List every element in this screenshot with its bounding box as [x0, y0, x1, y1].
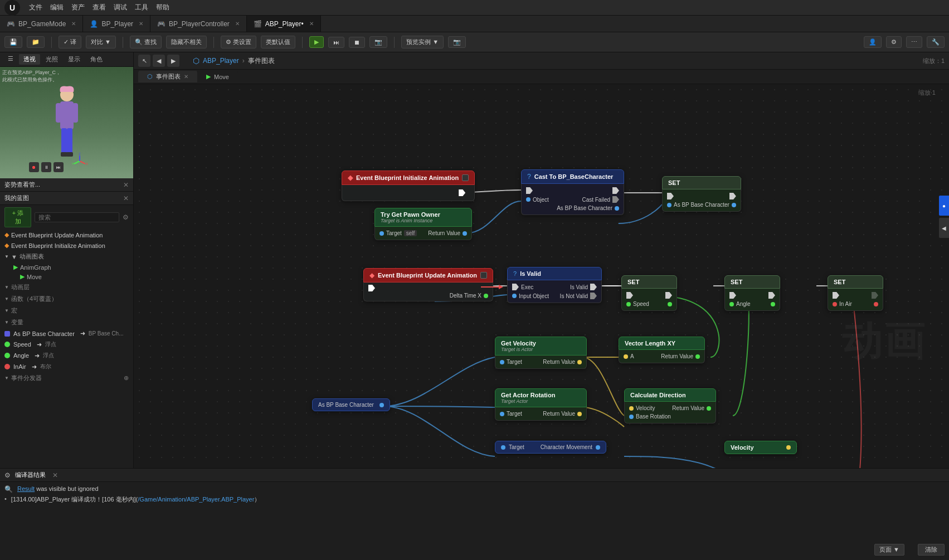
camera-btn[interactable]: 📷: [369, 36, 387, 48]
canvas-home-btn[interactable]: ↖: [138, 55, 150, 67]
right-edge-btn2[interactable]: ◀: [939, 218, 949, 238]
diamond-icon-init: ◆: [4, 242, 9, 249]
var-angle: Angle ➜ 浮点: [0, 350, 133, 361]
move-item[interactable]: ▶ Move: [0, 272, 133, 281]
menu-tools[interactable]: 工具: [135, 3, 148, 12]
node-velocity[interactable]: Velocity: [724, 441, 797, 454]
vp-tab-character[interactable]: 角色: [86, 54, 107, 65]
menu-help[interactable]: 帮助: [156, 3, 169, 12]
type-settings-btn[interactable]: ⚙ 类设置: [221, 36, 256, 48]
move-tab[interactable]: ▶ Move: [197, 71, 238, 82]
menu-edit[interactable]: 编辑: [50, 3, 64, 12]
tab-gamemode-close[interactable]: ✕: [71, 21, 76, 27]
tab-controller[interactable]: 🎮 BP_PlayerController ✕: [150, 16, 247, 32]
node-try-get-pawn[interactable]: Try Get Pawn Owner Target is Anim Instan…: [374, 208, 472, 240]
functions-section[interactable]: 函数（4可覆盖）: [0, 293, 133, 305]
right-edge-btn1[interactable]: ●: [939, 196, 949, 216]
settings-icon[interactable]: ⚙: [123, 213, 129, 221]
vp-tab-perspective[interactable]: 透视: [19, 54, 40, 65]
animgraph-item[interactable]: ▶ AnimGraph: [0, 262, 133, 272]
event-init-item[interactable]: ◆ Event Blueprint Initialize Animation: [0, 240, 133, 251]
blueprint-canvas[interactable]: ◆ Event Blueprint Initialize Animation T…: [134, 84, 949, 468]
step-btn[interactable]: ⏭: [328, 37, 344, 48]
tab-gamemode[interactable]: 🎮 BP_GameMode ✕: [0, 16, 83, 32]
add-dispatcher-icon[interactable]: ⊕: [124, 374, 129, 382]
node-get-actor-rotation[interactable]: Get Actor Rotation Target Actor Target R…: [495, 388, 587, 421]
browse-btn[interactable]: 📁: [27, 36, 45, 48]
event-update-close-btn[interactable]: [480, 272, 487, 279]
speed-pin-out: [668, 302, 672, 306]
save-btn[interactable]: 💾: [4, 36, 22, 48]
menu-asset[interactable]: 资产: [71, 3, 85, 12]
pose-panel-close[interactable]: ✕: [123, 181, 129, 189]
more-btn[interactable]: ⋯: [906, 36, 922, 48]
node-is-valid[interactable]: ? Is Valid Exec Is Valid Input Object: [507, 267, 602, 303]
node-set-speed[interactable]: SET Speed: [621, 275, 677, 311]
anim-layers-section[interactable]: 动画层: [0, 281, 133, 293]
search-input[interactable]: [35, 212, 119, 222]
tab-controller-close[interactable]: ✕: [235, 21, 240, 27]
viewport: 正在预览ABP_Player_C，此模式已禁用角色操作。: [0, 67, 134, 178]
calc-return-pin: [707, 406, 711, 411]
event-dispatchers-section[interactable]: 事件分发器 ⊕: [0, 372, 133, 384]
svg-rect-3: [72, 103, 78, 123]
vp-tab-hamburger[interactable]: ☰: [3, 54, 18, 65]
preview2-btn[interactable]: 📷: [448, 36, 466, 48]
node-vector-length[interactable]: Vector Length XY A Return Value: [619, 337, 705, 363]
node-event-init[interactable]: ◆ Event Blueprint Initialize Animation: [342, 171, 475, 201]
node-cast-to-bp[interactable]: ? Cast To BP_BaseCharacter Object: [521, 169, 624, 215]
menu-debug[interactable]: 调试: [114, 3, 127, 12]
skip-btn[interactable]: ⏭: [53, 162, 64, 172]
diff-btn[interactable]: 对比 ▼: [86, 36, 116, 48]
node-get-velocity[interactable]: Get Velocity Target is Actor Target Retu…: [495, 337, 587, 369]
node-set-inair[interactable]: SET In Air: [828, 275, 883, 311]
event-graph-close[interactable]: ✕: [184, 74, 188, 80]
class-defaults-btn[interactable]: 类默认值: [261, 36, 295, 48]
result-link[interactable]: Result: [17, 485, 35, 492]
event-graph-tab[interactable]: ⬡ 事件图表 ✕: [138, 71, 197, 82]
tab-abp[interactable]: 🎬 ABP_Player• ✕: [247, 16, 321, 32]
clear-button[interactable]: 清除: [918, 544, 945, 556]
find-btn[interactable]: 🔍 查找: [130, 36, 162, 48]
event-update-item[interactable]: ◆ Event Blueprint Update Animation: [0, 230, 133, 240]
vp-tab-show[interactable]: 显示: [64, 54, 85, 65]
play-btn[interactable]: ▶: [309, 36, 324, 48]
variables-section[interactable]: 变量: [0, 316, 133, 328]
macros-section[interactable]: 宏: [0, 305, 133, 316]
node-close-btn[interactable]: [462, 174, 469, 181]
breadcrumb-sep: ›: [242, 57, 245, 65]
compile-btn[interactable]: ✓ 译: [59, 36, 81, 48]
menu-view[interactable]: 查看: [93, 3, 106, 12]
tab-abp-close[interactable]: ✕: [309, 21, 314, 27]
node-char-movement[interactable]: Target Character Movement: [495, 441, 606, 454]
page-btn-container: 页面 ▼: [874, 544, 904, 556]
anim-graph-section[interactable]: ▼ 动画图表: [0, 251, 133, 262]
bottom-tab-close[interactable]: ✕: [52, 471, 58, 479]
event-graph-icon: ⬡: [147, 73, 153, 80]
tab-player[interactable]: 👤 BP_Player ✕: [83, 16, 150, 32]
node-as-bp-char[interactable]: As BP Base Character: [312, 398, 390, 411]
preview-btn[interactable]: 预览实例 ▼: [401, 36, 444, 48]
node-event-update[interactable]: ◆ Event Blueprint Update Animation Delta…: [363, 268, 493, 301]
record-btn[interactable]: ⏺: [29, 162, 39, 172]
bp-panel-close[interactable]: ✕: [123, 194, 129, 202]
angle-pin-in: [729, 302, 734, 306]
page-button[interactable]: 页面 ▼: [874, 544, 904, 556]
vp-tab-lighting[interactable]: 光照: [41, 54, 62, 65]
char-move-target-pin: [501, 445, 505, 450]
canvas-fwd-btn[interactable]: ▶: [167, 55, 179, 67]
add-button[interactable]: + 添加: [4, 207, 31, 227]
node-set-bp-char[interactable]: SET As BP Base Character: [662, 176, 741, 212]
node-calc-direction[interactable]: Calculate Direction Velocity Return Valu…: [624, 388, 716, 423]
user-btn[interactable]: 👤: [864, 36, 882, 48]
extra-btn[interactable]: 🔧: [927, 36, 945, 48]
pause-btn[interactable]: ⏸: [41, 162, 51, 172]
canvas-back-btn[interactable]: ◀: [153, 55, 165, 67]
breadcrumb-abp[interactable]: ABP_Player: [203, 57, 239, 65]
stop-btn[interactable]: ⏹: [349, 37, 365, 48]
node-set-angle[interactable]: SET Angle: [724, 275, 780, 311]
tab-player-close[interactable]: ✕: [139, 21, 143, 27]
settings-btn2[interactable]: ⚙: [886, 36, 902, 48]
hide-btn[interactable]: 隐藏不相关: [166, 36, 207, 48]
menu-file[interactable]: 文件: [29, 3, 42, 12]
